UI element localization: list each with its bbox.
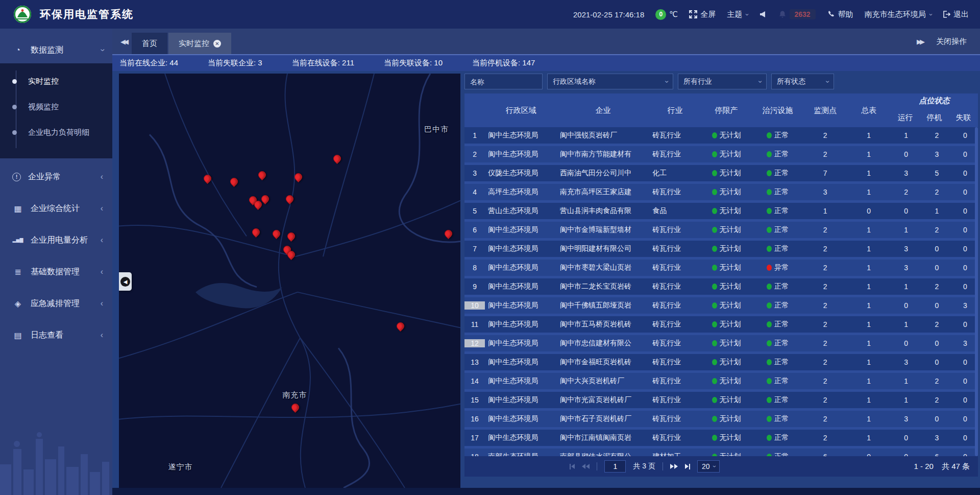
fullscreen-button[interactable]: 全屏 [689, 10, 716, 19]
sidebar-item-enterprise-stats[interactable]: ▦ 企业综合统计 ‹ [0, 195, 112, 222]
logout-button[interactable]: 退出 [942, 10, 969, 19]
column-header-meters: 总表 [847, 93, 891, 127]
prev-page-button[interactable] [582, 464, 590, 469]
chevron-icon: ‹ [101, 267, 103, 276]
status-filter-select[interactable]: 所有状态‹ [771, 74, 834, 89]
user-menu[interactable]: 南充市生态环境局‹ [865, 10, 931, 19]
tabs-scroll-left-button[interactable]: ◀◀ [112, 38, 132, 45]
row-treatment-status: 正常 [774, 414, 789, 423]
last-page-button[interactable] [685, 464, 690, 469]
close-operations-dropdown[interactable]: 关闭操作 [936, 37, 967, 46]
table-row[interactable]: 13 阆中生态环境局 阆中市金福旺页岩机砖 砖瓦行业 无计划 正常 2 1 3 … [464, 354, 978, 370]
table-row[interactable]: 17 阆中生态环境局 阆中市江南镇阆南页岩 砖瓦行业 无计划 正常 2 1 0 … [464, 430, 978, 446]
sidebar-subitem-video-monitor[interactable]: 视频监控 [0, 94, 112, 120]
table-row[interactable]: 3 仪陇生态环境局 西南油气田分公司川中 化工 无计划 正常 7 1 3 5 0 [464, 165, 978, 181]
row-run-count: 3 [891, 245, 921, 253]
table-row[interactable]: 6 阆中生态环境局 阆中市金博瑞新型墙材 砖瓦行业 无计划 正常 2 1 1 2… [464, 222, 978, 238]
region-filter-select[interactable]: 行政区域名称‹ [547, 74, 673, 89]
row-limit-status: 无计划 [720, 263, 741, 272]
row-region: 阆中生态环境局 [485, 282, 557, 291]
table-row[interactable]: 4 高坪生态环境局 南充市高坪区王家店建 砖瓦行业 无计划 正常 3 1 2 2… [464, 184, 978, 200]
page-number-input[interactable] [604, 460, 626, 473]
sidebar-item-log-view[interactable]: ▤ 日志查看 ‹ [0, 322, 112, 348]
row-stop-count: 2 [921, 188, 952, 196]
enterprise-table-panel: 行政区域名称‹ 所有行业‹ 所有状态‹ 行政区域 企业 [464, 74, 978, 477]
first-page-button[interactable] [570, 464, 575, 469]
table-body: 1 阆中生态环境局 阆中强锐页岩砖厂 砖瓦行业 无计划 正常 2 1 1 2 0… [464, 127, 978, 456]
table-row[interactable]: 12 阆中生态环境局 阆中市忠信建材有限公 砖瓦行业 无计划 正常 2 1 0 … [464, 335, 978, 351]
map[interactable]: 巴中市南充市遂宁市 ◀ [119, 74, 460, 488]
row-industry: 化工 [649, 169, 701, 178]
chevron-icon: ‹ [101, 235, 103, 245]
name-filter-field[interactable] [464, 74, 543, 89]
sidebar-subitem-realtime-monitor[interactable]: 实时监控 [0, 68, 112, 94]
row-industry: 砖瓦行业 [649, 320, 701, 329]
treatment-status-dot [767, 416, 772, 422]
limit-status-dot [712, 359, 717, 365]
treatment-status-dot [767, 454, 772, 456]
table-row[interactable]: 5 营山生态环境局 营山县润丰肉食品有限 食品 无计划 正常 1 0 0 1 0 [464, 203, 978, 219]
row-meters: 1 [847, 131, 891, 139]
map-collapse-button[interactable]: ◀ [119, 272, 132, 291]
row-treatment-status: 正常 [774, 395, 789, 405]
row-points: 1 [803, 207, 847, 215]
datetime-display: 2021-02-25 17:46:18 [573, 10, 644, 19]
next-page-button[interactable] [670, 464, 678, 469]
sidebar-subitem-power-load-detail[interactable]: 企业电力负荷明细 [0, 120, 112, 145]
row-limit-status: 无计划 [720, 376, 741, 386]
row-treatment-status: 正常 [774, 301, 789, 310]
row-index: 12 [464, 339, 485, 347]
row-meters: 0 [847, 207, 891, 215]
notification-bell[interactable]: 2632 [778, 9, 816, 19]
row-lost-count: 0 [952, 434, 978, 442]
sidebar-item-emergency-reduction[interactable]: ◈ 应急减排管理 ‹ [0, 290, 112, 317]
tab-close-icon[interactable]: ✕ [213, 40, 221, 48]
table-row[interactable]: 18 南部生态环境局 南部县砌佳水泥有限公 建材加工 无计划 正常 6 0 0 … [464, 449, 978, 456]
name-filter-input[interactable] [470, 78, 537, 86]
chevron-down-icon: ‹ [743, 13, 750, 15]
row-index: 17 [464, 434, 485, 442]
table-row[interactable]: 14 阆中生态环境局 阆中大兴页岩机砖厂 砖瓦行业 无计划 正常 2 1 1 2… [464, 373, 978, 389]
table-row[interactable]: 16 阆中生态环境局 阆中市石子页岩机砖厂 砖瓦行业 无计划 正常 2 1 3 … [464, 411, 978, 427]
sidebar-item-power-analysis[interactable]: ▂▅▇ 企业用电量分析 ‹ [0, 227, 112, 253]
row-treatment-status: 正常 [774, 206, 789, 216]
limit-status-dot [712, 284, 717, 290]
table-row[interactable]: 9 阆中生态环境局 阆中市二龙长宝页岩砖 砖瓦行业 无计划 正常 2 1 1 2… [464, 278, 978, 295]
row-points: 2 [803, 282, 847, 291]
sidebar-item-base-data[interactable]: ≣ 基础数据管理 ‹ [0, 258, 112, 285]
row-points: 2 [803, 415, 847, 423]
table-scrollbar[interactable] [975, 127, 978, 456]
tab-实时监控[interactable]: 实时监控✕ [168, 33, 231, 54]
row-range-label: 1 - 20 [914, 462, 934, 472]
row-industry: 砖瓦行业 [649, 414, 701, 423]
mute-speaker-button[interactable] [759, 10, 767, 18]
table-row[interactable]: 10 阆中生态环境局 阆中千佛镇五郎垭页岩 砖瓦行业 无计划 正常 2 1 0 … [464, 297, 978, 314]
table-header: 行政区域 企业 行业 停限产 治污设施 监测点 总表 点位状态 运行 停机 [464, 93, 978, 127]
row-company: 阆中市金福旺页岩机砖 [557, 358, 649, 367]
row-company: 阆中市光富页岩机砖厂 [557, 395, 649, 405]
sidebar-item-enterprise-abnormal[interactable]: ! 企业异常 ‹ [0, 163, 112, 190]
row-stop-count: 0 [921, 415, 952, 423]
treatment-status-dot [767, 246, 772, 252]
help-button[interactable]: 帮助 [827, 10, 853, 19]
row-company: 南部县砌佳水泥有限公 [557, 452, 649, 456]
chevron-left-icon: ◀ [124, 279, 128, 285]
bell-icon [778, 10, 787, 18]
table-row[interactable]: 1 阆中生态环境局 阆中强锐页岩砖厂 砖瓦行业 无计划 正常 2 1 1 2 0 [464, 127, 978, 144]
theme-dropdown[interactable]: 主题‹ [727, 10, 747, 19]
sidebar-subitem-label: 实时监控 [28, 77, 59, 86]
table-row[interactable]: 8 阆中生态环境局 阆中市枣碧大梁山页岩 砖瓦行业 无计划 异常 2 1 3 0… [464, 260, 978, 276]
table-row[interactable]: 7 阆中生态环境局 阆中明阳建材有限公司 砖瓦行业 无计划 正常 2 1 3 0… [464, 241, 978, 257]
industry-filter-select[interactable]: 所有行业‹ [678, 74, 767, 89]
sidebar-item-data-monitor[interactable]: ◔ 数据监测 ‹ [0, 37, 112, 63]
table-row[interactable]: 15 阆中生态环境局 阆中市光富页岩机砖厂 砖瓦行业 无计划 正常 2 1 1 … [464, 392, 978, 408]
treatment-status-dot [767, 189, 772, 195]
sidebar-subitem-label: 企业电力负荷明细 [28, 128, 89, 137]
page-size-select[interactable]: 20‹ [697, 460, 720, 473]
row-lost-count: 3 [952, 339, 978, 347]
row-run-count: 2 [891, 188, 921, 196]
tabs-scroll-right-button[interactable]: ▶▶ [917, 38, 923, 45]
table-row[interactable]: 2 阆中生态环境局 阆中市南方节能建材有 砖瓦行业 无计划 正常 2 1 0 3… [464, 146, 978, 162]
table-row[interactable]: 11 阆中生态环境局 阆中市五马桥页岩机砖 砖瓦行业 无计划 正常 2 1 1 … [464, 316, 978, 333]
tab-首页[interactable]: 首页 [132, 33, 167, 54]
